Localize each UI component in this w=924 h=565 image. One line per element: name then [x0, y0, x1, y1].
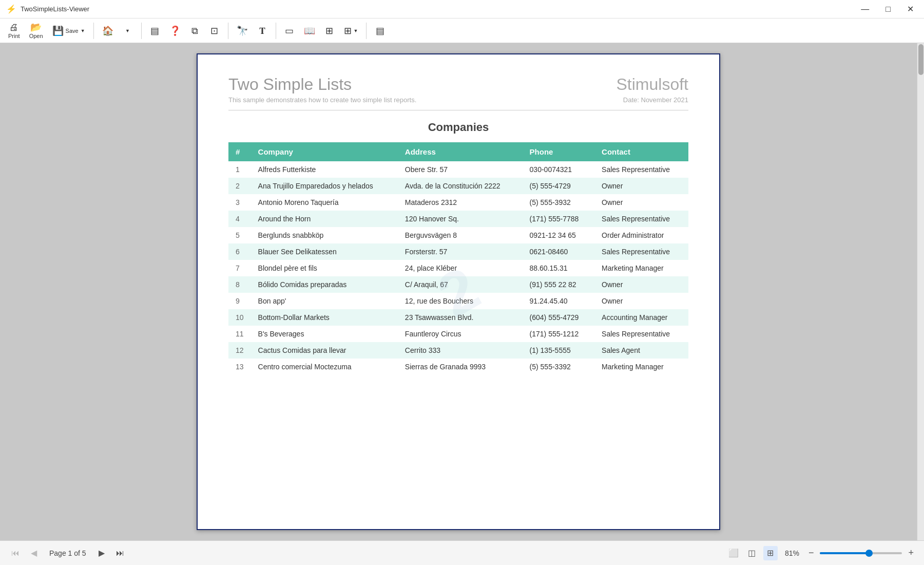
cell-phone: 0621-08460: [523, 243, 595, 260]
home-icon: 🏠: [102, 26, 113, 35]
app-title: TwoSimpleLists-Viewer: [21, 5, 89, 13]
cell-phone: (5) 555-3392: [523, 359, 595, 375]
companies-title: Companies: [228, 121, 688, 134]
save-label: Save: [66, 28, 79, 34]
cell-phone: 88.60.15.31: [523, 260, 595, 276]
cell-company: Bólido Comidas preparadas: [251, 276, 398, 293]
cell-address: 120 Hanover Sq.: [398, 211, 523, 227]
cell-address: Fauntleroy Circus: [398, 326, 523, 342]
table-row: 3 Antonio Moreno Taquería Mataderos 2312…: [228, 194, 688, 211]
search-button[interactable]: 🔭: [233, 21, 252, 41]
status-bar: ⏮ ◀ Page 1 of 5 ▶ ⏭ ⬜ ◫ ⊞ 81% − +: [0, 540, 924, 565]
book-view-button[interactable]: 📖: [300, 21, 319, 41]
cell-contact: Accounting Manager: [594, 309, 688, 326]
grid-view-arrow-button[interactable]: ⊞ ▼: [340, 21, 362, 41]
status-left: ⏮ ◀ Page 1 of 5 ▶ ⏭: [8, 546, 127, 560]
col-header-address: Address: [398, 142, 523, 161]
expand-button[interactable]: ⊡: [205, 21, 224, 41]
scrollbar[interactable]: [917, 43, 924, 540]
cell-contact: Owner: [594, 178, 688, 194]
cell-company: Cactus Comidas para llevar: [251, 342, 398, 359]
nav-first-button[interactable]: ⏮: [8, 546, 23, 560]
zoom-slider[interactable]: [820, 552, 902, 554]
open-button[interactable]: 📂 Open: [25, 21, 47, 41]
table-row: 2 Ana Trujillo Emparedados y helados Avd…: [228, 178, 688, 194]
zoom-slider-fill: [820, 552, 871, 554]
font-button[interactable]: 𝐓: [253, 21, 272, 41]
zoom-in-button[interactable]: +: [906, 548, 916, 558]
grid-view-button[interactable]: ⊞: [320, 21, 339, 41]
view-grid-button[interactable]: ⊞: [763, 546, 778, 560]
zoom-level: 81%: [785, 549, 799, 557]
view-double-button[interactable]: ◫: [745, 546, 759, 560]
report-subtitle: This sample demonstrates how to create t…: [228, 96, 416, 104]
scrollbar-thumb[interactable]: [918, 44, 923, 75]
nav-prev-button[interactable]: ◀: [27, 546, 41, 560]
cell-num: 2: [228, 178, 251, 194]
home-dropdown-icon: ▼: [125, 28, 130, 33]
cell-company: Bottom-Dollar Markets: [251, 309, 398, 326]
single-page-button[interactable]: ▭: [280, 21, 299, 41]
close-button[interactable]: ✕: [903, 3, 918, 15]
cell-num: 13: [228, 359, 251, 375]
col-header-num: #: [228, 142, 251, 161]
toolbar: 🖨 Print 📂 Open 💾 Save ▼ 🏠 ▼ ▤ ❓ ⧉: [0, 18, 924, 43]
report-header-right: Stimulsoft Date: November 2021: [617, 75, 688, 104]
cell-contact: Owner: [594, 194, 688, 211]
cell-num: 6: [228, 243, 251, 260]
text-icon: ▤: [150, 26, 159, 35]
grid-view-icon: ⊞: [325, 26, 333, 35]
page-info: Page 1 of 5: [49, 549, 86, 557]
maximize-button[interactable]: □: [881, 3, 895, 15]
cell-phone: (604) 555-4729: [523, 309, 595, 326]
help-button[interactable]: ❓: [165, 21, 185, 41]
toolbar-group-view: ▤ ❓ ⧉ ⊡: [146, 21, 224, 41]
cell-phone: (5) 555-3932: [523, 194, 595, 211]
report-header-left: Two Simple Lists This sample demonstrate…: [228, 75, 416, 104]
misc-button[interactable]: ▤: [371, 21, 389, 41]
cell-num: 10: [228, 309, 251, 326]
cell-address: 24, place Kléber: [398, 260, 523, 276]
binoculars-icon: 🔭: [237, 26, 248, 35]
cell-contact: Order Administrator: [594, 227, 688, 243]
cell-num: 11: [228, 326, 251, 342]
cell-phone: (1) 135-5555: [523, 342, 595, 359]
cell-contact: Marketing Manager: [594, 260, 688, 276]
cell-phone: (5) 555-4729: [523, 178, 595, 194]
text-button[interactable]: ▤: [146, 21, 164, 41]
print-button[interactable]: 🖨 Print: [4, 21, 24, 41]
minimize-button[interactable]: —: [857, 3, 873, 15]
view-single-button[interactable]: ⬜: [726, 546, 741, 560]
save-icon: 💾: [52, 26, 64, 35]
table-header-row: # Company Address Phone Contact: [228, 142, 688, 161]
save-button[interactable]: 💾 Save ▼: [48, 21, 89, 41]
save-arrow-icon: ▼: [81, 28, 85, 33]
nav-next-button[interactable]: ▶: [94, 546, 109, 560]
nav-last-button[interactable]: ⏭: [113, 546, 127, 560]
zoom-slider-thumb[interactable]: [865, 550, 873, 557]
table-row: 1 Alfreds Futterkiste Obere Str. 57 030-…: [228, 161, 688, 178]
home-button[interactable]: 🏠: [98, 21, 118, 41]
book-view-icon: 📖: [304, 26, 315, 35]
cell-num: 8: [228, 276, 251, 293]
home-arrow-button[interactable]: ▼: [119, 21, 137, 41]
document-viewer[interactable]: 2 Two Simple Lists This sample demonstra…: [0, 43, 917, 540]
cell-address: Avda. de la Constitución 2222: [398, 178, 523, 194]
cell-address: C/ Araquil, 67: [398, 276, 523, 293]
cell-company: Berglunds snabbköp: [251, 227, 398, 243]
cell-phone: (91) 555 22 82: [523, 276, 595, 293]
copy-button[interactable]: ⧉: [186, 21, 204, 41]
grid-dropdown-icon: ▼: [354, 28, 358, 33]
cell-address: Cerrito 333: [398, 342, 523, 359]
cell-num: 4: [228, 211, 251, 227]
zoom-out-button[interactable]: −: [806, 548, 816, 558]
cell-company: Around the Horn: [251, 211, 398, 227]
col-header-contact: Contact: [594, 142, 688, 161]
col-header-phone: Phone: [523, 142, 595, 161]
table-row: 11 B's Beverages Fauntleroy Circus (171)…: [228, 326, 688, 342]
cell-contact: Sales Representative: [594, 161, 688, 178]
open-icon: 📂: [30, 23, 42, 32]
cell-address: Sierras de Granada 9993: [398, 359, 523, 375]
misc-icon: ▤: [376, 26, 384, 35]
status-right: ⬜ ◫ ⊞ 81% − +: [726, 546, 916, 560]
